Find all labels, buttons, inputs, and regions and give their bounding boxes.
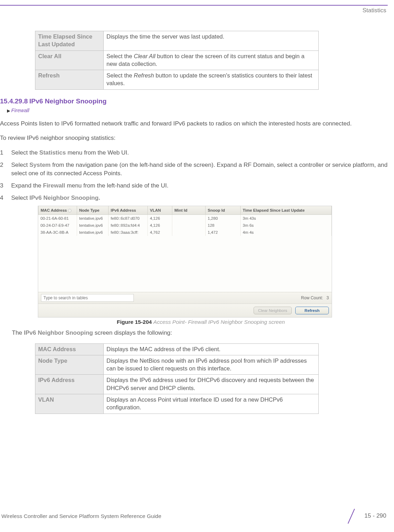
footer-book-title: Wireless Controller and Service Platform… xyxy=(1,513,161,519)
refresh-button[interactable]: Refresh xyxy=(295,307,329,314)
top-border-line xyxy=(0,5,388,6)
list-item: 3 Expand the Firewall menu from the left… xyxy=(0,182,388,190)
def-desc: Displays the IPv6 address used for DHCPv… xyxy=(104,375,319,394)
col-ipv6-address[interactable]: IPv6 Address xyxy=(109,206,148,215)
table-row: IPv6 Address Displays the IPv6 address u… xyxy=(35,375,319,394)
def-label: Refresh xyxy=(35,70,104,90)
def-desc: Select the Refresh button to update the … xyxy=(104,70,319,90)
col-mac-address[interactable]: MAC Address xyxy=(39,206,77,215)
row-count-label: Row Count: 3 xyxy=(301,295,329,300)
steps-list: 1 Select the Statistics menu from the We… xyxy=(0,149,388,202)
def-desc: Displays the NetBios node with an IPv6 a… xyxy=(104,355,319,375)
definitions-table-top: Time Elapsed Since Last Updated Displays… xyxy=(35,31,319,90)
lead-in-paragraph: To review IPv6 neighbor snooping statist… xyxy=(0,134,388,142)
def-label: Clear All xyxy=(35,50,104,70)
table-row: Time Elapsed Since Last Updated Displays… xyxy=(35,31,319,51)
breadcrumb-link[interactable]: Firewall xyxy=(11,107,29,113)
table-row: Refresh Select the Refresh button to upd… xyxy=(35,70,319,90)
table-row[interactable]: 38-AA-3C-8B-A tentative,ipv6 fe80::3aaa:… xyxy=(39,229,332,236)
header-section-name: Statistics xyxy=(0,7,388,14)
col-node-type[interactable]: Node Type xyxy=(77,206,109,215)
clear-neighbors-button[interactable]: Clear Neighbors xyxy=(254,307,292,314)
table-row xyxy=(39,236,332,292)
def-label: MAC Address xyxy=(35,343,104,355)
section-heading: 15.4.29.8 IPv6 Neighbor Snooping xyxy=(0,97,388,105)
def-desc: Displays the time the server was last up… xyxy=(104,31,319,51)
page-number: 15 - 290 xyxy=(365,512,386,519)
col-mint-id[interactable]: Mint Id xyxy=(172,206,206,215)
def-label: IPv6 Address xyxy=(35,375,104,394)
slash-icon xyxy=(345,509,359,524)
post-figure-paragraph: The IPv6 Neighbor Snooping screen displa… xyxy=(12,329,388,337)
def-desc: Displays the MAC address of the IPv6 cli… xyxy=(104,343,319,355)
col-snoop-id[interactable]: Snoop Id xyxy=(206,206,241,215)
def-desc: Select the Clear All button to clear the… xyxy=(104,50,319,70)
def-desc: Displays an Access Point virtual interfa… xyxy=(104,394,319,414)
breadcrumb: ▶Firewall xyxy=(7,107,388,113)
def-label: Time Elapsed Since Last Updated xyxy=(35,31,104,51)
table-footer-bar: Row Count: 3 xyxy=(38,292,332,303)
def-label: VLAN xyxy=(35,394,104,414)
definitions-table-bottom: MAC Address Displays the MAC address of … xyxy=(35,343,319,414)
table-row: Node Type Displays the NetBios node with… xyxy=(35,355,319,375)
page-footer: Wireless Controller and Service Platform… xyxy=(0,509,394,524)
figure-text: Access Point- Firewall IPv6 Neighbor Sno… xyxy=(153,319,285,325)
table-row[interactable]: 00-24-D7-E9-47 tentative,ipv6 fe80::892a… xyxy=(39,222,332,229)
snooping-data-table: MAC Address Node Type IPv6 Address VLAN … xyxy=(38,206,332,292)
sort-icon[interactable] xyxy=(68,209,71,212)
table-row[interactable]: 00-21-6A-60-81 tentative,ipv6 fe80::6c87… xyxy=(39,215,332,222)
list-item: 2 Select System from the navigation pane… xyxy=(0,161,388,178)
table-row: VLAN Displays an Access Point virtual in… xyxy=(35,394,319,414)
table-row: Clear All Select the Clear All button to… xyxy=(35,50,319,70)
table-header-row: MAC Address Node Type IPv6 Address VLAN … xyxy=(39,206,332,215)
section-number: 15.4.29.8 xyxy=(0,97,28,105)
list-item: 1 Select the Statistics menu from the We… xyxy=(0,149,388,157)
table-row: MAC Address Displays the MAC address of … xyxy=(35,343,319,355)
figure-number: Figure 15-204 xyxy=(117,319,152,325)
footer-right: 15 - 290 xyxy=(345,509,386,524)
table-search-input[interactable] xyxy=(41,294,134,302)
col-vlan[interactable]: VLAN xyxy=(148,206,172,215)
intro-paragraph: Access Points listen to IPv6 formatted n… xyxy=(0,120,388,128)
figure-caption: Figure 15-204 Access Point- Firewall IPv… xyxy=(14,319,388,325)
button-bar: Clear Neighbors Refresh xyxy=(38,303,332,317)
list-item: 4 Select IPv6 Neighbor Snooping. xyxy=(0,194,388,203)
embedded-screenshot-panel: MAC Address Node Type IPv6 Address VLAN … xyxy=(38,206,332,318)
triangle-right-icon: ▶ xyxy=(7,108,10,113)
section-title: IPv6 Neighbor Snooping xyxy=(29,97,107,105)
col-time-elapsed[interactable]: Time Elapsed Since Last Update xyxy=(241,206,332,215)
def-label: Node Type xyxy=(35,355,104,375)
